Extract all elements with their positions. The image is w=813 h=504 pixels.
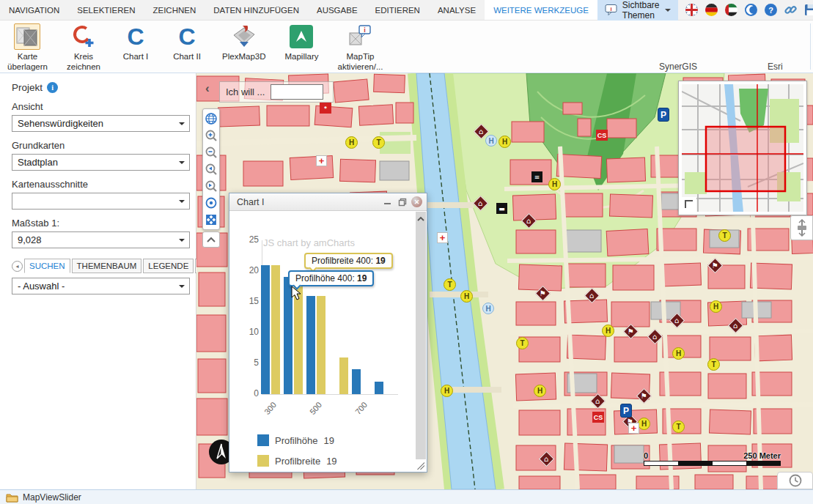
poi-marker-yellow[interactable]: H (672, 347, 685, 360)
dropdown-ma-stab-1-[interactable]: 9,028 (12, 231, 190, 248)
next-extent-icon[interactable] (204, 179, 218, 193)
dropdown-grundkarten[interactable]: Stadtplan (12, 154, 190, 171)
flag-uae-icon[interactable] (724, 3, 738, 17)
poi-marker-yellow[interactable]: H (460, 290, 473, 303)
cross-marker[interactable]: + (437, 232, 448, 243)
poi-marker-blue[interactable]: H (485, 135, 497, 147)
legend-item-profilhoehe[interactable]: Profilhöhe19 (257, 434, 334, 447)
zoom-out-icon[interactable] (204, 145, 218, 160)
pan-icon[interactable] (204, 212, 218, 227)
ribbon-separator (810, 23, 811, 70)
chart-window[interactable]: Chart I ✕ JS chart by amCharts 051015202… (229, 193, 427, 472)
save-icon[interactable] (803, 3, 813, 17)
menu-tab-ausgabe[interactable]: AUSGABE (308, 0, 367, 20)
poi-marker-yellow[interactable]: H (345, 136, 358, 149)
overview-collapse-icon[interactable] (682, 197, 696, 212)
overview-map[interactable] (678, 81, 807, 215)
previous-extent-icon[interactable] (204, 162, 218, 177)
sidebar-collapse-icon[interactable]: ‹ (205, 82, 210, 94)
menu-tab-navigation[interactable]: NAVIGATION (0, 0, 68, 20)
bar-profilbreite-500 (317, 296, 325, 394)
x-axis (262, 394, 398, 395)
scroll-up-icon[interactable] (416, 213, 426, 223)
red-marker[interactable]: * (320, 103, 331, 114)
ribbon-button-mapillary[interactable]: Mapillary (280, 22, 323, 74)
time-tool-button[interactable] (777, 472, 813, 489)
tabs-scroll-left-icon[interactable]: ◂ (12, 261, 23, 272)
menu-tab-selektieren[interactable]: SELEKTIEREN (68, 0, 144, 20)
resize-handle[interactable] (417, 462, 424, 470)
menu-tab-zeichnen[interactable]: ZEICHNEN (144, 0, 205, 20)
maptip-icon: i (347, 23, 374, 50)
poi-marker-yellow[interactable]: H (548, 178, 561, 190)
ribbon-button-plexmap3d[interactable]: PlexMap3D (218, 22, 270, 74)
minimize-button[interactable] (382, 196, 393, 207)
field-label-grundkarten: Grundkarten (12, 140, 196, 151)
close-button[interactable]: ✕ (411, 196, 422, 207)
poi-marker-yellow[interactable]: T (516, 337, 529, 349)
poi-marker-yellow[interactable]: T (444, 278, 456, 291)
tab-themenbaum[interactable]: THEMENBAUM (72, 259, 142, 273)
zoom-in-icon[interactable] (204, 128, 218, 143)
tab-legende[interactable]: LEGENDE (143, 259, 194, 273)
map-overlay-icon (14, 23, 40, 50)
mapview-slider-handle[interactable] (790, 215, 813, 240)
poi-marker-yellow[interactable]: T (718, 229, 731, 242)
poi-marker-blue[interactable]: H (482, 303, 494, 314)
poi-marker-yellow[interactable]: T (672, 420, 685, 433)
poi-marker-yellow[interactable]: H (710, 300, 722, 313)
field-label-kartenausschnitte: Kartenausschnitte (12, 179, 196, 190)
ribbon-button-kreis[interactable]: Kreis zeichnen (62, 22, 105, 74)
tools-collapse-button[interactable] (202, 231, 220, 248)
moon-icon[interactable] (744, 3, 758, 17)
svg-text:C: C (127, 25, 144, 48)
poi-marker-yellow[interactable]: H (534, 385, 546, 397)
poi-marker-yellow[interactable]: H (638, 418, 650, 430)
cross-marker[interactable]: + (316, 155, 327, 166)
flag-de-icon[interactable] (705, 3, 718, 17)
service-marker[interactable]: ≡ (531, 171, 542, 182)
ribbon-button-chart-ii[interactable]: CChart II (166, 22, 207, 74)
red-marker[interactable]: CS (592, 412, 604, 423)
center-map-icon[interactable] (204, 196, 218, 210)
full-extent-icon[interactable] (204, 111, 218, 126)
poi-marker-yellow[interactable]: H (441, 385, 453, 397)
map-viewport[interactable]: HTHHHTHHTHHTHHHTHTHH⌂⌂⚑⌂⚑⌂⌂⚑⌂⌂⌂⚑⌂⚑⌂⌂≡▬▬P… (196, 73, 813, 489)
help-icon[interactable]: ? (764, 3, 778, 17)
tab-suchen[interactable]: SUCHEN (24, 259, 70, 273)
flag-uk-icon[interactable] (685, 3, 699, 17)
x-tick-label: 500 (308, 400, 323, 416)
menu-tab-weitere-werkzeuge[interactable]: WEITERE WERKZEUGE (485, 0, 597, 20)
dropdown-kartenausschnitte[interactable] (12, 193, 190, 210)
menu-tab-editieren[interactable]: EDITIEREN (367, 0, 429, 20)
scalebar-distance: 250 Meter (743, 451, 781, 460)
cross-marker[interactable]: + (628, 423, 639, 434)
selection-dropdown[interactable]: - Auswahl - (12, 278, 190, 294)
menu-tab-analyse[interactable]: ANALYSE (429, 0, 485, 20)
chart-scrollbar[interactable] (416, 212, 426, 459)
dropdown-ansicht[interactable]: Sehenswürdigkeiten (12, 115, 190, 132)
poi-marker-yellow[interactable]: T (372, 136, 385, 149)
visible-themes-button[interactable]: i Sichtbare Themen (597, 0, 678, 21)
ribbon-button-chart-i[interactable]: CChart I (115, 22, 156, 74)
ich-will-input[interactable] (271, 84, 323, 100)
ribbon-button-karte[interactable]: Karte überlagern (3, 22, 52, 74)
ribbon-button-label: Kreis zeichnen (67, 51, 100, 73)
poi-marker-yellow[interactable]: T (707, 358, 720, 371)
bar-profilhöhe-800 (375, 382, 383, 394)
menu-tab-daten-hinzuf-gen[interactable]: DATEN HINZUFÜGEN (205, 0, 308, 20)
ich-will-widget[interactable]: Ich will ... (219, 81, 334, 103)
legend-item-profilbreite[interactable]: Profilbreite19 (257, 454, 337, 467)
chart-window-titlebar[interactable]: Chart I ✕ (229, 193, 427, 211)
info-icon[interactable]: i (47, 82, 58, 93)
ribbon-button-maptip[interactable]: iMapTip aktivieren/... (334, 22, 388, 74)
poi-marker-yellow[interactable]: H (602, 325, 614, 337)
restore-button[interactable] (397, 196, 408, 207)
red-marker[interactable]: CS (596, 130, 608, 141)
parking-marker[interactable]: P (658, 108, 669, 122)
dropdown-value: Sehenswürdigkeiten (18, 118, 103, 129)
link-icon[interactable] (784, 3, 798, 17)
parking-marker[interactable]: P (620, 404, 632, 418)
poi-marker-yellow[interactable]: H (499, 136, 511, 148)
service-marker[interactable]: ▬ (496, 203, 507, 214)
